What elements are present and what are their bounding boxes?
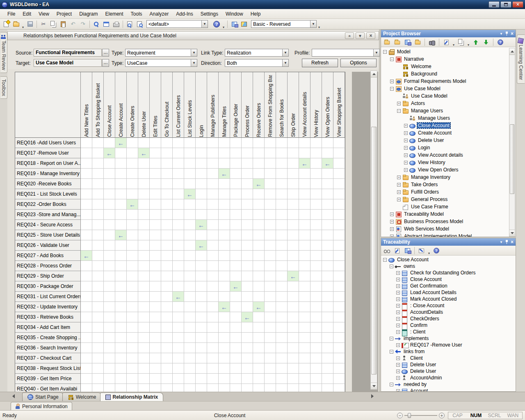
- matrix-cell[interactable]: [127, 322, 138, 333]
- matrix-cell[interactable]: [242, 189, 253, 199]
- matrix-cell[interactable]: [242, 374, 253, 384]
- menu-help[interactable]: Help: [247, 10, 264, 18]
- matrix-cell[interactable]: [333, 363, 345, 374]
- matrix-cell[interactable]: [230, 138, 242, 148]
- matrix-cell[interactable]: [310, 148, 322, 158]
- matrix-cell[interactable]: [173, 210, 184, 220]
- matrix-cell[interactable]: [196, 281, 207, 292]
- tree-item[interactable]: +Delete User: [381, 368, 516, 374]
- matrix-cell[interactable]: [207, 312, 219, 322]
- scroll-up-button[interactable]: [371, 71, 377, 78]
- matrix-cell[interactable]: [115, 281, 127, 292]
- matrix-cell[interactable]: [138, 281, 150, 292]
- matrix-cell[interactable]: [161, 302, 173, 312]
- matrix-cell[interactable]: [242, 292, 253, 302]
- expand-icon[interactable]: +: [396, 271, 400, 275]
- matrix-cell[interactable]: [253, 230, 265, 240]
- matrix-cell[interactable]: [276, 251, 288, 261]
- matrix-cell[interactable]: [184, 363, 196, 374]
- matrix-cell[interactable]: [150, 179, 161, 189]
- matrix-row-label[interactable]: REQ023 -Store and Manag...: [15, 210, 81, 220]
- matrix-column-header[interactable]: List Stock Levels: [184, 72, 196, 138]
- matrix-cell[interactable]: [288, 312, 299, 322]
- matrix-cell[interactable]: [230, 210, 242, 220]
- matrix-cell[interactable]: [92, 251, 104, 261]
- matrix-cell[interactable]: [81, 292, 92, 302]
- model-search-button[interactable]: [92, 20, 101, 28]
- matrix-cell[interactable]: [92, 281, 104, 292]
- matrix-cell[interactable]: [184, 312, 196, 322]
- direction-combo[interactable]: Both ▼: [225, 59, 289, 67]
- matrix-cell[interactable]: [104, 240, 115, 251]
- matrix-column-header[interactable]: List Current Orders: [173, 72, 184, 138]
- matrix-cell[interactable]: [184, 210, 196, 220]
- matrix-cell[interactable]: [196, 374, 207, 384]
- matrix-cell[interactable]: [92, 199, 104, 210]
- matrix-cell[interactable]: [138, 261, 150, 271]
- matrix-cell[interactable]: [230, 158, 242, 169]
- matrix-cell[interactable]: [288, 199, 299, 210]
- matrix-cell[interactable]: [184, 148, 196, 158]
- matrix-cell[interactable]: [196, 353, 207, 363]
- matrix-row-label[interactable]: REQ028 - Process Order: [15, 261, 81, 271]
- matrix-cell[interactable]: [322, 333, 333, 343]
- matrix-row-label[interactable]: REQ037 - Checkout Cart: [15, 353, 81, 363]
- matrix-cell[interactable]: [207, 138, 219, 148]
- matrix-cell[interactable]: [219, 343, 230, 353]
- matrix-cell[interactable]: [333, 220, 345, 230]
- matrix-cell[interactable]: [299, 179, 310, 189]
- matrix-cell[interactable]: [81, 220, 92, 230]
- matrix-cell[interactable]: [310, 230, 322, 240]
- matrix-cell[interactable]: [127, 210, 138, 220]
- matrix-cell[interactable]: [196, 251, 207, 261]
- matrix-cell[interactable]: [115, 240, 127, 251]
- matrix-cell[interactable]: [173, 281, 184, 292]
- matrix-cell[interactable]: [138, 230, 150, 240]
- matrix-cell[interactable]: [288, 363, 299, 374]
- matrix-cell[interactable]: [196, 292, 207, 302]
- view-search-button[interactable]: [135, 20, 144, 28]
- matrix-row-label[interactable]: REQ022 -Order Books: [15, 199, 81, 210]
- matrix-cell[interactable]: [310, 353, 322, 363]
- collapse-icon[interactable]: −: [390, 87, 394, 91]
- matrix-cell[interactable]: [253, 251, 265, 261]
- matrix-cell[interactable]: [207, 158, 219, 169]
- expand-icon[interactable]: +: [404, 131, 408, 135]
- matrix-cell[interactable]: [104, 199, 115, 210]
- matrix-cell[interactable]: [92, 261, 104, 271]
- matrix-cell[interactable]: [138, 353, 150, 363]
- matrix-cell[interactable]: [333, 374, 345, 384]
- edit-element-button[interactable]: [393, 246, 402, 255]
- matrix-cell[interactable]: [115, 333, 127, 343]
- matrix-relationship-cell[interactable]: [115, 230, 127, 240]
- matrix-cell[interactable]: [184, 230, 196, 240]
- matrix-cell[interactable]: [127, 240, 138, 251]
- matrix-cell[interactable]: [161, 220, 173, 230]
- matrix-cell[interactable]: [310, 281, 322, 292]
- matrix-cell[interactable]: [173, 230, 184, 240]
- matrix-cell[interactable]: [92, 363, 104, 374]
- matrix-cell[interactable]: [333, 240, 345, 251]
- expand-icon[interactable]: +: [396, 356, 400, 360]
- matrix-cell[interactable]: [150, 210, 161, 220]
- target-browse-button[interactable]: ...: [102, 59, 109, 67]
- matrix-cell[interactable]: [173, 158, 184, 169]
- tree-item[interactable]: +Delete User: [381, 137, 516, 144]
- matrix-cell[interactable]: [127, 343, 138, 353]
- matrix-cell[interactable]: [219, 240, 230, 251]
- matrix-cell[interactable]: [299, 251, 310, 261]
- matrix-cell[interactable]: [310, 343, 322, 353]
- matrix-column-header[interactable]: View History: [310, 72, 322, 138]
- combo-dropdown-button[interactable]: ▼: [201, 21, 208, 27]
- matrix-cell[interactable]: [161, 148, 173, 158]
- matrix-cell[interactable]: [196, 158, 207, 169]
- matrix-relationship-cell[interactable]: [173, 292, 184, 302]
- expand-icon[interactable]: +: [396, 324, 400, 327]
- matrix-row-label[interactable]: REQ040 - Get Item Availabi: [15, 384, 81, 392]
- matrix-column-header[interactable]: Go To Checkout: [161, 72, 173, 138]
- matrix-cell[interactable]: [276, 333, 288, 343]
- dropdown-caret[interactable]: ▾: [427, 251, 431, 255]
- matrix-cell[interactable]: [230, 230, 242, 240]
- matrix-row-label[interactable]: REQ026 - Validate User: [15, 240, 81, 251]
- matrix-cell[interactable]: [92, 220, 104, 230]
